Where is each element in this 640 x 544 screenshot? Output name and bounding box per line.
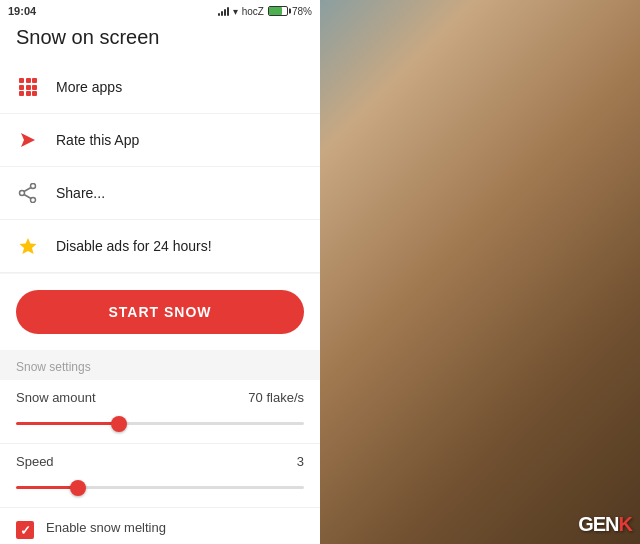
snow-amount-slider-container	[16, 411, 304, 433]
menu-list: More apps Rate this App Share...	[0, 61, 320, 273]
svg-rect-4	[26, 85, 31, 90]
battery-icon	[268, 6, 288, 16]
svg-rect-3	[19, 85, 24, 90]
svg-line-12	[24, 188, 31, 192]
status-time: 19:04	[8, 5, 36, 17]
svg-marker-14	[20, 238, 37, 254]
wifi-icon: ▾	[233, 6, 238, 17]
svg-point-11	[20, 191, 25, 196]
svg-rect-8	[32, 91, 37, 96]
speed-header: Speed 3	[16, 454, 304, 469]
share-icon	[16, 181, 40, 205]
genk-watermark: GENK	[578, 513, 632, 536]
snow-amount-slider[interactable]	[16, 422, 304, 425]
speed-row: Speed 3	[0, 444, 320, 508]
enable-melting-checkbox[interactable]: ✓	[16, 521, 34, 539]
menu-item-share[interactable]: Share...	[0, 167, 320, 220]
speed-value: 3	[297, 454, 304, 469]
carrier-label: hocZ	[242, 6, 264, 17]
app-panel: 19:04 ▾ hocZ 78% Snow on screen	[0, 0, 320, 544]
svg-point-10	[31, 198, 36, 203]
svg-rect-5	[32, 85, 37, 90]
settings-card: Snow amount 70 flake/s Speed 3	[0, 380, 320, 544]
disable-ads-label: Disable ads for 24 hours!	[56, 238, 212, 254]
snow-amount-label: Snow amount	[16, 390, 96, 405]
svg-rect-6	[19, 91, 24, 96]
svg-rect-0	[19, 78, 24, 83]
enable-melting-row[interactable]: ✓ Enable snow melting	[0, 508, 320, 544]
svg-rect-1	[26, 78, 31, 83]
menu-item-rate-app[interactable]: Rate this App	[0, 114, 320, 167]
svg-rect-2	[32, 78, 37, 83]
speed-label: Speed	[16, 454, 54, 469]
start-snow-button[interactable]: START SNOW	[16, 290, 304, 334]
star-icon	[16, 234, 40, 258]
enable-melting-label: Enable snow melting	[46, 520, 166, 537]
start-button-area: START SNOW	[0, 274, 320, 350]
more-apps-label: More apps	[56, 79, 122, 95]
menu-item-disable-ads[interactable]: Disable ads for 24 hours!	[0, 220, 320, 273]
battery-percent: 78%	[292, 6, 312, 17]
snow-amount-value: 70 flake/s	[248, 390, 304, 405]
apps-icon	[16, 75, 40, 99]
svg-point-9	[31, 184, 36, 189]
status-bar: 19:04 ▾ hocZ 78%	[0, 0, 320, 22]
share-label: Share...	[56, 185, 105, 201]
snow-amount-header: Snow amount 70 flake/s	[16, 390, 304, 405]
svg-rect-7	[26, 91, 31, 96]
svg-line-13	[24, 195, 31, 199]
status-right: ▾ hocZ 78%	[218, 6, 312, 17]
menu-item-more-apps[interactable]: More apps	[0, 61, 320, 114]
speed-slider-container	[16, 475, 304, 497]
snow-amount-row: Snow amount 70 flake/s	[0, 380, 320, 444]
settings-section: Snow settings Snow amount 70 flake/s Spe…	[0, 350, 320, 544]
genk-k: K	[619, 513, 632, 535]
rate-app-label: Rate this App	[56, 132, 139, 148]
checkmark-icon: ✓	[20, 523, 31, 538]
signal-icon	[218, 6, 229, 16]
rate-icon	[16, 128, 40, 152]
speed-slider[interactable]	[16, 486, 304, 489]
settings-section-label: Snow settings	[0, 350, 320, 380]
app-title: Snow on screen	[16, 26, 304, 49]
